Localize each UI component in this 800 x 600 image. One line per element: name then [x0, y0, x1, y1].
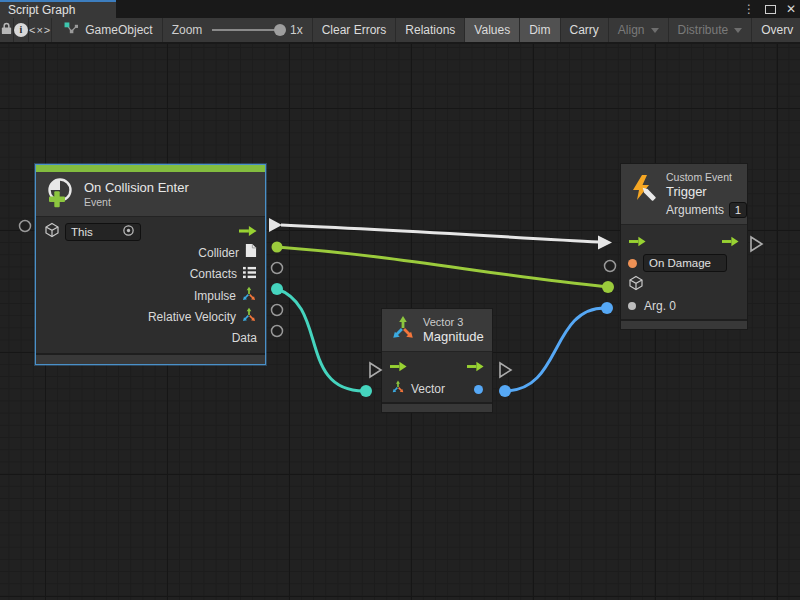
wire-magnitude[interactable] [505, 308, 605, 391]
port-collider-out[interactable] [272, 242, 283, 253]
distribute-button[interactable]: Distribute [669, 18, 753, 42]
port-trigger-flow-out[interactable] [751, 237, 762, 251]
port-relative-velocity-out[interactable] [272, 305, 283, 316]
chevron-down-icon [734, 28, 742, 33]
wire-collider[interactable] [277, 247, 608, 287]
port-self-in[interactable] [20, 221, 31, 232]
graph-target[interactable]: GameObject [52, 18, 162, 42]
window-controls: ⋮ ✕ [743, 0, 796, 18]
close-icon[interactable]: ✕ [786, 0, 796, 18]
port-contacts-out[interactable] [272, 263, 283, 274]
port-vector3-flow-out[interactable] [500, 363, 511, 377]
port-impulse-out[interactable] [271, 283, 283, 295]
tab-title: Script Graph [8, 3, 75, 17]
graph-toolbar: i <×> GameObject Zoom 1x Clear Errors Re… [0, 18, 800, 44]
code-icon: <×> [29, 24, 51, 36]
graph-canvas[interactable]: On Collision Enter Event This [0, 44, 800, 600]
wire-impulse[interactable] [277, 289, 364, 391]
edit-code-button[interactable]: <×> [29, 18, 52, 42]
port-arg0-in[interactable] [601, 302, 613, 314]
wire-flow[interactable] [281, 225, 599, 242]
zoom-label: Zoom [172, 23, 203, 37]
inspect-button[interactable]: i [14, 18, 29, 42]
carry-button[interactable]: Carry [561, 18, 609, 42]
port-flow-in[interactable] [598, 236, 612, 250]
tab-bar: Script Graph ⋮ ✕ [0, 0, 800, 18]
zoom-control: Zoom 1x [163, 18, 313, 42]
overview-button[interactable]: Overv [752, 18, 800, 42]
tab-script-graph[interactable]: Script Graph [0, 0, 116, 18]
port-magnitude-out[interactable] [499, 385, 511, 397]
zoom-slider-handle[interactable] [274, 24, 286, 36]
maximize-icon[interactable] [765, 5, 776, 14]
clear-errors-button[interactable]: Clear Errors [313, 18, 397, 42]
relations-button[interactable]: Relations [396, 18, 465, 42]
lock-icon [0, 21, 13, 39]
chevron-down-icon [651, 28, 659, 33]
port-flow-out[interactable] [269, 218, 282, 232]
lock-button[interactable] [0, 18, 14, 42]
port-vector-in[interactable] [360, 385, 372, 397]
more-icon[interactable]: ⋮ [743, 0, 755, 18]
zoom-value: 1x [290, 23, 303, 37]
graph-wires [0, 44, 800, 600]
dim-button[interactable]: Dim [520, 18, 560, 42]
graph-icon [64, 22, 79, 38]
align-button[interactable]: Align [609, 18, 669, 42]
port-vector3-flow-in[interactable] [370, 363, 381, 377]
gameobject-label: GameObject [85, 23, 152, 37]
zoom-slider[interactable] [212, 29, 284, 31]
values-button[interactable]: Values [465, 18, 520, 42]
port-data-out[interactable] [272, 326, 283, 337]
port-event-name-in[interactable] [605, 261, 616, 272]
info-icon: i [14, 23, 28, 37]
port-gameobject-in[interactable] [602, 281, 614, 293]
